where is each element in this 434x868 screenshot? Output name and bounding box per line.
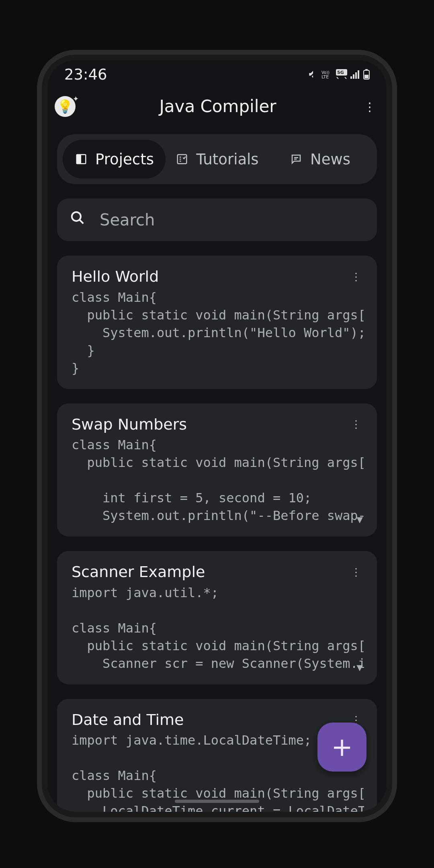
battery-icon bbox=[363, 69, 370, 80]
svg-text:5G: 5G bbox=[337, 70, 344, 75]
gesture-bar bbox=[175, 800, 259, 803]
app-bar: 💡✦ Java Compiler ⋮ bbox=[47, 88, 387, 125]
hint-bulb-icon[interactable]: 💡✦ bbox=[55, 96, 76, 117]
tutorials-icon bbox=[175, 152, 189, 166]
project-menu-button[interactable]: ⋮ bbox=[348, 269, 364, 285]
svg-point-15 bbox=[72, 212, 81, 221]
status-tray: Vo))LTE 5G bbox=[308, 69, 370, 80]
app-title: Java Compiler bbox=[159, 98, 276, 115]
tab-tutorials[interactable]: Tutorials bbox=[166, 140, 268, 178]
project-menu-button[interactable]: ⋮ bbox=[348, 416, 364, 432]
status-bar: 23:46 Vo))LTE 5G bbox=[47, 60, 387, 88]
signal-icon bbox=[350, 70, 360, 79]
tab-news[interactable]: News bbox=[268, 140, 371, 178]
svg-rect-14 bbox=[178, 155, 187, 164]
mute-icon bbox=[308, 69, 318, 80]
news-icon bbox=[289, 152, 303, 166]
svg-rect-11 bbox=[364, 75, 368, 78]
search-input[interactable] bbox=[100, 211, 364, 229]
tab-label: Tutorials bbox=[196, 152, 258, 167]
tab-label: Projects bbox=[95, 152, 154, 167]
svg-rect-7 bbox=[355, 72, 357, 79]
search-icon bbox=[70, 210, 85, 229]
tab-bar: Projects Tutorials News bbox=[57, 134, 377, 184]
svg-rect-5 bbox=[350, 76, 352, 79]
svg-rect-6 bbox=[353, 74, 354, 79]
code-preview: import java.util.*; class Main{ public s… bbox=[72, 584, 364, 672]
tab-label: News bbox=[310, 152, 350, 167]
svg-rect-13 bbox=[77, 155, 81, 164]
5g-indicator: 5G bbox=[336, 69, 347, 80]
project-title: Date and Time bbox=[72, 711, 184, 729]
project-title: Hello World bbox=[72, 268, 159, 286]
project-card[interactable]: Swap Numbers ⋮ class Main{ public static… bbox=[57, 403, 377, 537]
svg-text:LTE: LTE bbox=[321, 74, 329, 79]
expand-icon[interactable]: ▼ bbox=[354, 514, 365, 526]
code-preview: class Main{ public static void main(Stri… bbox=[72, 436, 364, 524]
plus-icon: + bbox=[331, 734, 353, 760]
clock-text: 23:46 bbox=[64, 67, 107, 82]
device-frame: 23:46 Vo))LTE 5G 💡✦ Java Compiler ⋮ Proj… bbox=[47, 60, 387, 812]
svg-rect-8 bbox=[358, 70, 359, 79]
project-menu-button[interactable]: ⋮ bbox=[348, 564, 364, 580]
search-bar[interactable] bbox=[57, 199, 377, 241]
volte-indicator: Vo))LTE bbox=[321, 70, 333, 79]
expand-icon[interactable]: ▼ bbox=[354, 661, 365, 674]
main-content: Projects Tutorials News bbox=[47, 125, 387, 812]
project-card[interactable]: Hello World ⋮ class Main{ public static … bbox=[57, 256, 377, 389]
project-title: Swap Numbers bbox=[72, 416, 187, 434]
new-project-fab[interactable]: + bbox=[317, 723, 366, 772]
tab-projects[interactable]: Projects bbox=[63, 140, 166, 178]
project-title: Scanner Example bbox=[72, 563, 205, 581]
projects-icon bbox=[74, 152, 88, 166]
project-card[interactable]: Scanner Example ⋮ import java.util.*; cl… bbox=[57, 551, 377, 684]
overflow-menu-button[interactable]: ⋮ bbox=[360, 97, 379, 116]
code-preview: class Main{ public static void main(Stri… bbox=[72, 289, 364, 377]
